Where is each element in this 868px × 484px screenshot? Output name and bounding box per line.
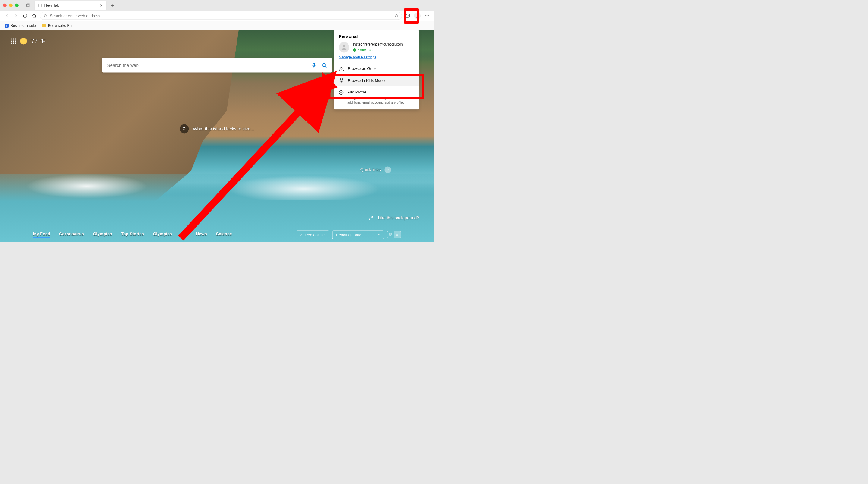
browse-guest-label: Browse as Guest bbox=[348, 66, 378, 71]
feed-tab-olympics[interactable]: Olympics bbox=[93, 232, 112, 238]
bookmark-label: Bookmarks Bar bbox=[48, 24, 73, 28]
refresh-button[interactable] bbox=[22, 12, 28, 19]
svg-rect-27 bbox=[391, 235, 392, 236]
bookmark-business-insider[interactable]: I Business Insider bbox=[4, 24, 37, 28]
window-controls bbox=[3, 4, 19, 7]
maximize-window-button[interactable] bbox=[15, 4, 19, 7]
svg-rect-26 bbox=[390, 235, 390, 236]
sync-status: ✓ Sync is on bbox=[353, 48, 414, 52]
address-bar[interactable] bbox=[40, 12, 402, 20]
layout-select[interactable]: Headings only bbox=[333, 230, 384, 239]
svg-point-14 bbox=[425, 16, 426, 16]
svg-line-5 bbox=[46, 16, 47, 17]
add-profile-description: To sign in to Microsoft Edge with an add… bbox=[347, 96, 414, 105]
feed-tab-myfeed[interactable]: My Feed bbox=[33, 232, 50, 238]
bi-favicon-icon: I bbox=[4, 24, 9, 28]
view-toggle bbox=[387, 231, 401, 238]
svg-point-31 bbox=[343, 45, 345, 47]
like-background-link[interactable]: Like this background? bbox=[378, 215, 419, 220]
feed-tab-coronavirus[interactable]: Coronavirus bbox=[59, 232, 84, 238]
weather-widget[interactable]: 77 °F bbox=[10, 38, 45, 44]
feed-more-icon[interactable]: ··· bbox=[235, 232, 239, 237]
close-window-button[interactable] bbox=[3, 4, 7, 7]
tab-title: New Tab bbox=[44, 3, 97, 8]
quick-links-toggle[interactable]: Quick links bbox=[361, 167, 391, 173]
list-view-button[interactable] bbox=[394, 232, 401, 238]
svg-point-22 bbox=[183, 127, 185, 130]
tab-page-icon bbox=[38, 4, 42, 7]
minimize-window-button[interactable] bbox=[9, 4, 13, 7]
caption-search-icon bbox=[180, 124, 189, 133]
back-button[interactable] bbox=[4, 12, 10, 19]
bookmark-folder[interactable]: Bookmarks Bar bbox=[42, 24, 73, 28]
news-feed-bar: My Feed Coronavirus Olympics Top Stories… bbox=[0, 228, 434, 242]
svg-point-39 bbox=[342, 79, 343, 80]
svg-point-16 bbox=[428, 16, 429, 16]
svg-rect-25 bbox=[391, 234, 392, 235]
svg-line-34 bbox=[343, 70, 344, 70]
svg-point-15 bbox=[427, 16, 428, 16]
profile-button[interactable] bbox=[414, 12, 421, 19]
new-tab-button[interactable]: ＋ bbox=[108, 1, 116, 9]
profile-email: instechreference@outlook.com bbox=[353, 42, 414, 47]
add-profile-item[interactable]: Add Profile To sign in to Microsoft Edge… bbox=[334, 87, 419, 109]
guest-icon bbox=[339, 66, 344, 71]
search-icon bbox=[44, 14, 48, 18]
bookmarks-bar: I Business Insider Bookmarks Bar bbox=[0, 21, 434, 30]
tab-close-icon[interactable]: ✕ bbox=[99, 3, 103, 8]
web-search-input[interactable] bbox=[107, 63, 308, 68]
svg-point-20 bbox=[322, 64, 326, 67]
quick-links-label: Quick links bbox=[361, 168, 381, 172]
personalize-label: Personalize bbox=[305, 232, 326, 237]
svg-point-37 bbox=[342, 80, 342, 81]
svg-rect-2 bbox=[38, 4, 41, 7]
svg-line-23 bbox=[185, 129, 186, 130]
web-search-box[interactable] bbox=[102, 58, 333, 72]
chevron-down-icon[interactable] bbox=[384, 167, 391, 173]
feed-tab-topstories[interactable]: Top Stories bbox=[121, 232, 144, 238]
caption-text: What this island lacks in size... bbox=[193, 126, 254, 131]
sync-check-icon: ✓ bbox=[353, 48, 356, 52]
add-profile-label: Add Profile bbox=[347, 90, 414, 95]
svg-point-4 bbox=[44, 14, 47, 17]
voice-search-icon[interactable] bbox=[311, 63, 317, 68]
profile-popup-title: Personal bbox=[339, 34, 414, 39]
svg-point-38 bbox=[340, 79, 341, 80]
svg-rect-1 bbox=[27, 4, 29, 6]
favorite-star-icon[interactable] bbox=[395, 14, 398, 18]
svg-point-13 bbox=[416, 14, 418, 16]
kids-icon bbox=[339, 78, 344, 83]
svg-line-21 bbox=[325, 66, 327, 68]
grid-view-button[interactable] bbox=[387, 232, 394, 238]
feed-tab-news[interactable]: News bbox=[196, 232, 207, 238]
new-tab-content: 77 °F What this island lacks in size... … bbox=[0, 30, 434, 242]
browser-tab[interactable]: New Tab ✕ bbox=[34, 1, 107, 10]
more-menu-button[interactable] bbox=[424, 12, 430, 19]
image-caption[interactable]: What this island lacks in size... bbox=[180, 124, 254, 133]
feed-tab-olympics2[interactable]: Olympics bbox=[153, 232, 172, 238]
expand-icon[interactable] bbox=[368, 215, 373, 220]
browse-as-guest-item[interactable]: Browse as Guest bbox=[334, 62, 419, 74]
tab-actions-icon[interactable] bbox=[25, 2, 31, 9]
chevron-down-icon bbox=[377, 233, 380, 236]
add-icon bbox=[339, 90, 344, 95]
forward-button[interactable] bbox=[13, 12, 19, 19]
toolbar bbox=[0, 10, 434, 21]
feed-tab-us[interactable]: US bbox=[181, 232, 187, 238]
app-launcher-icon[interactable] bbox=[10, 38, 16, 44]
pencil-icon bbox=[300, 233, 303, 237]
collections-button[interactable] bbox=[404, 12, 411, 19]
feed-tab-science[interactable]: Science bbox=[216, 232, 232, 238]
layout-select-label: Headings only bbox=[336, 232, 361, 237]
address-input[interactable] bbox=[50, 13, 392, 19]
bookmark-label: Business Insider bbox=[10, 24, 37, 28]
manage-profile-link[interactable]: Manage profile settings bbox=[339, 55, 376, 59]
search-submit-icon[interactable] bbox=[321, 63, 327, 68]
svg-rect-18 bbox=[313, 63, 315, 66]
browse-kids-mode-item[interactable]: Browse in Kids Mode bbox=[334, 74, 419, 87]
personalize-button[interactable]: Personalize bbox=[296, 230, 330, 239]
background-actions: Like this background? bbox=[368, 215, 419, 220]
weather-temperature: 77 °F bbox=[31, 38, 45, 44]
window-titlebar: New Tab ✕ ＋ bbox=[0, 0, 434, 10]
home-button[interactable] bbox=[31, 12, 37, 19]
